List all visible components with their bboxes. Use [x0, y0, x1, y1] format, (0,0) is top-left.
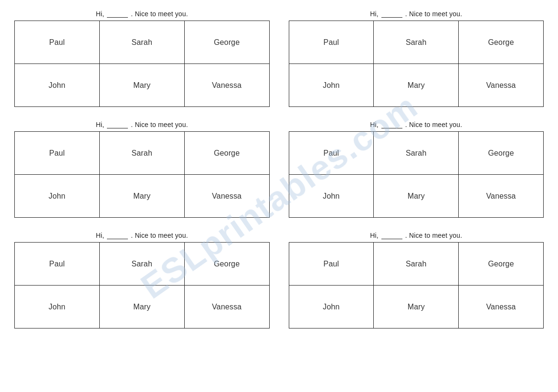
prompt-4: Hi, . Nice to meet you. — [370, 120, 462, 128]
cell-sarah-3: Sarah — [99, 132, 184, 175]
table-row: John Mary Vanessa — [15, 286, 270, 328]
table-row: John Mary Vanessa — [289, 175, 544, 218]
prompt-suffix-4: . Nice to meet you. — [405, 121, 462, 128]
prompt-1: Hi, . Nice to meet you. — [96, 10, 188, 18]
cell-george-4: George — [459, 132, 544, 175]
table-row: John Mary Vanessa — [289, 286, 544, 328]
cell-sarah-2: Sarah — [374, 21, 459, 64]
cell-sarah-5: Sarah — [99, 243, 184, 286]
prompt-2: Hi, . Nice to meet you. — [370, 10, 462, 18]
cell-john-6: John — [289, 286, 374, 328]
cell-george-5: George — [184, 243, 269, 286]
cell-paul-2: Paul — [289, 21, 374, 64]
cell-george-6: George — [459, 243, 544, 286]
name-grid-6: Paul Sarah George John Mary Vanessa — [289, 242, 544, 328]
page: Hi, . Nice to meet you. Paul Sarah Georg… — [14, 10, 544, 328]
cell-vanessa-5: Vanessa — [184, 286, 269, 328]
cell-john-1: John — [15, 64, 100, 107]
table-row: John Mary Vanessa — [15, 175, 270, 218]
prompt-prefix-6: Hi, — [370, 232, 379, 239]
cell-sarah-1: Sarah — [99, 21, 184, 64]
cell-john-5: John — [15, 286, 100, 328]
table-row: Paul Sarah George — [15, 243, 270, 286]
table-row: Paul Sarah George — [289, 243, 544, 286]
exercise-block-3: Hi, . Nice to meet you. Paul Sarah Georg… — [14, 120, 270, 218]
cell-mary-3: Mary — [99, 175, 184, 218]
cell-john-4: John — [289, 175, 374, 218]
prompt-prefix: Hi, — [96, 10, 105, 18]
cell-paul-3: Paul — [15, 132, 100, 175]
prompt-suffix-5: . Nice to meet you. — [131, 232, 188, 239]
prompt-prefix-5: Hi, — [96, 232, 105, 239]
prompt-5: Hi, . Nice to meet you. — [96, 231, 188, 239]
cell-vanessa-4: Vanessa — [459, 175, 544, 218]
exercise-block-5: Hi, . Nice to meet you. Paul Sarah Georg… — [14, 231, 270, 328]
prompt-3: Hi, . Nice to meet you. — [96, 120, 188, 128]
prompt-prefix-2: Hi, — [370, 10, 379, 18]
name-grid-2: Paul Sarah George John Mary Vanessa — [289, 21, 544, 107]
cell-vanessa-1: Vanessa — [184, 64, 269, 107]
cell-mary-6: Mary — [374, 286, 459, 328]
cell-paul-1: Paul — [15, 21, 100, 64]
cell-mary-4: Mary — [374, 175, 459, 218]
cell-george-3: George — [184, 132, 269, 175]
prompt-suffix: . Nice to meet you. — [131, 10, 188, 18]
table-row: Paul Sarah George — [15, 132, 270, 175]
cell-vanessa-3: Vanessa — [184, 175, 269, 218]
cell-george-2: George — [459, 21, 544, 64]
prompt-suffix-2: . Nice to meet you. — [405, 10, 462, 18]
prompt-prefix-3: Hi, — [96, 121, 105, 128]
blank-6 — [381, 231, 402, 239]
prompt-prefix-4: Hi, — [370, 121, 379, 128]
name-grid-3: Paul Sarah George John Mary Vanessa — [14, 131, 270, 218]
exercise-block-2: Hi, . Nice to meet you. Paul Sarah Georg… — [289, 10, 544, 107]
exercise-block-1: Hi, . Nice to meet you. Paul Sarah Georg… — [14, 10, 270, 107]
blank-5 — [107, 231, 128, 239]
table-row: Paul Sarah George — [15, 21, 270, 64]
exercise-block-6: Hi, . Nice to meet you. Paul Sarah Georg… — [289, 231, 544, 328]
cell-sarah-6: Sarah — [374, 243, 459, 286]
cell-sarah-4: Sarah — [374, 132, 459, 175]
table-row: Paul Sarah George — [289, 21, 544, 64]
cell-paul-6: Paul — [289, 243, 374, 286]
cell-vanessa-2: Vanessa — [459, 64, 544, 107]
cell-paul-4: Paul — [289, 132, 374, 175]
blank-2 — [381, 10, 402, 18]
blank-3 — [107, 120, 128, 128]
table-row: Paul Sarah George — [289, 132, 544, 175]
cell-john-3: John — [15, 175, 100, 218]
cell-george-1: George — [184, 21, 269, 64]
cell-mary-1: Mary — [99, 64, 184, 107]
cell-john-2: John — [289, 64, 374, 107]
prompt-6: Hi, . Nice to meet you. — [370, 231, 462, 239]
blank-4 — [381, 120, 402, 128]
cell-paul-5: Paul — [15, 243, 100, 286]
exercise-block-4: Hi, . Nice to meet you. Paul Sarah Georg… — [289, 120, 544, 218]
blank-1 — [107, 10, 128, 18]
prompt-suffix-6: . Nice to meet you. — [405, 232, 462, 239]
name-grid-5: Paul Sarah George John Mary Vanessa — [14, 242, 270, 328]
name-grid-4: Paul Sarah George John Mary Vanessa — [289, 131, 544, 218]
table-row: John Mary Vanessa — [289, 64, 544, 107]
table-row: John Mary Vanessa — [15, 64, 270, 107]
cell-mary-5: Mary — [99, 286, 184, 328]
cell-vanessa-6: Vanessa — [459, 286, 544, 328]
cell-mary-2: Mary — [374, 64, 459, 107]
prompt-suffix-3: . Nice to meet you. — [131, 121, 188, 128]
name-grid-1: Paul Sarah George John Mary Vanessa — [14, 21, 270, 107]
